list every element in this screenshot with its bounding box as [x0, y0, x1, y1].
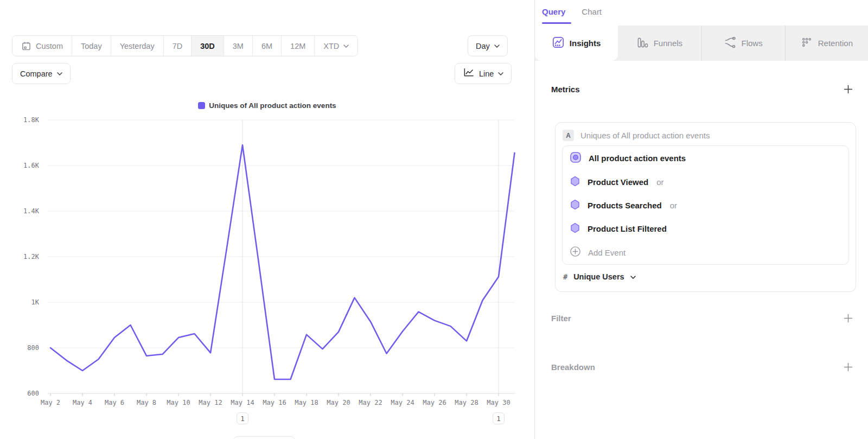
x-axis-label: May 28 — [455, 399, 478, 406]
y-axis-label: 1.4K — [23, 207, 40, 215]
insights-icon — [552, 36, 564, 50]
x-axis-label: May 6 — [105, 399, 124, 406]
retention-icon — [801, 37, 813, 50]
tab-retention[interactable]: Retention — [785, 26, 868, 61]
view-tabs: Query Chart — [542, 7, 602, 16]
add-metric-button[interactable] — [844, 85, 853, 94]
annotation-badge[interactable]: 1 — [493, 412, 505, 424]
report-type-tabbar: Insights Funnels — [535, 26, 868, 61]
events-list: All product action events Product Viewed… — [562, 145, 849, 265]
add-breakdown-button[interactable] — [844, 362, 853, 372]
y-axis-label: 800 — [27, 344, 39, 352]
metrics-header: Metrics — [551, 85, 853, 94]
chart-panel: Custom Today Yesterday 7D 30D 3M 6M 12M … — [0, 0, 534, 439]
series-line[interactable] — [50, 145, 515, 379]
x-axis-label: May 24 — [391, 399, 414, 406]
y-axis-label: 1.2K — [23, 253, 40, 260]
x-axis-label: May 18 — [295, 399, 318, 406]
x-axis-label: May 2 — [41, 399, 60, 406]
x-axis-label: May 4 — [73, 399, 92, 406]
tab-query[interactable]: Query — [542, 7, 565, 16]
x-axis-label: May 26 — [423, 399, 446, 406]
metrics-title: Metrics — [551, 85, 580, 94]
y-axis-label: 1.8K — [23, 116, 40, 124]
x-axis-label: May 16 — [263, 399, 286, 406]
annotation-badge[interactable]: 1 — [237, 412, 248, 424]
hash-icon: # — [563, 272, 567, 281]
x-axis-label: May 12 — [199, 399, 222, 406]
aggregation-dropdown[interactable]: # Unique Users — [556, 265, 856, 289]
metric-summary-row[interactable]: A Uniques of All product action events — [556, 123, 856, 145]
x-axis-label: May 14 — [231, 399, 254, 406]
insights-report-page: Custom Today Yesterday 7D 30D 3M 6M 12M … — [0, 0, 868, 439]
x-axis-label: May 20 — [327, 399, 350, 406]
breakdown-header: Breakdown — [551, 362, 853, 372]
breakdown-title: Breakdown — [551, 362, 595, 372]
event-row-product-list-filtered[interactable]: Product List Filtered — [563, 217, 848, 240]
filter-header: Filter — [551, 314, 853, 323]
event-row-product-viewed[interactable]: Product Viewed or — [563, 170, 848, 194]
x-axis-label: May 8 — [137, 399, 156, 406]
x-axis-label: May 30 — [487, 399, 510, 406]
flows-icon — [724, 36, 736, 50]
y-axis-label: 1K — [31, 298, 40, 306]
event-hexagon-icon — [570, 222, 580, 236]
tab-funnels[interactable]: Funnels — [618, 26, 701, 61]
chevron-down-icon — [630, 276, 636, 279]
y-axis-label: 600 — [27, 390, 39, 397]
metric-card: A Uniques of All product action events A… — [555, 122, 856, 292]
event-row-products-searched[interactable]: Products Searched or — [563, 194, 848, 217]
metric-letter-badge: A — [563, 130, 574, 141]
x-axis-label: May 10 — [167, 399, 190, 406]
metric-name: Uniques of All product action events — [580, 131, 710, 140]
partial-popover — [233, 436, 295, 439]
event-row-all-product-action-events[interactable]: All product action events — [563, 146, 848, 170]
event-hexagon-icon — [570, 176, 580, 189]
add-event-button[interactable]: Add Event — [563, 240, 848, 264]
active-tab-underline — [542, 22, 571, 24]
add-filter-button[interactable] — [844, 314, 853, 323]
tab-chart[interactable]: Chart — [582, 7, 602, 16]
query-panel: Query Chart Insights — [534, 0, 868, 439]
y-axis-label: 1.6K — [23, 162, 40, 169]
tab-flows[interactable]: Flows — [701, 26, 785, 61]
tab-insights[interactable]: Insights — [535, 26, 618, 61]
line-chart-canvas[interactable]: 1.8K1.6K1.4K1.2K1K800600May 2May 4May 6M… — [0, 0, 534, 439]
circle-plus-icon — [570, 246, 581, 259]
funnels-icon — [637, 37, 648, 50]
custom-event-icon — [570, 151, 582, 166]
filter-title: Filter — [551, 314, 571, 323]
event-hexagon-icon — [570, 199, 580, 212]
x-axis-label: May 22 — [359, 399, 382, 406]
